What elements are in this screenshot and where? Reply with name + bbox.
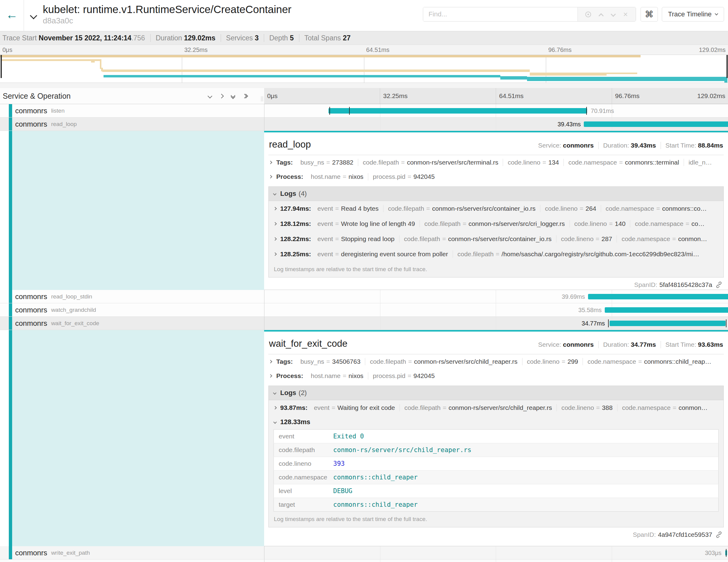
- minimap-tick-labels: 0μs 32.25ms 64.51ms 96.76ms 129.02ms: [0, 45, 728, 55]
- detail-duration: Duration: 39.43ms: [599, 142, 661, 149]
- span-bar[interactable]: [610, 321, 726, 326]
- tag: code.filepath=conmon-rs/server/src/child…: [365, 358, 522, 365]
- detail-title: read_loop: [269, 139, 311, 150]
- log-marker: [349, 107, 350, 115]
- process-tag: process.pid=942045: [368, 173, 439, 180]
- detail-service: Service: conmonrs: [534, 142, 599, 149]
- find-next-icon[interactable]: [611, 12, 616, 17]
- minimap-canvas[interactable]: [0, 55, 728, 83]
- chevron-right-icon: [273, 207, 277, 210]
- log-field: code.namespace=conmonrs::co…: [601, 205, 711, 212]
- detail-start-time: Start Time: 88.84ms: [661, 142, 724, 149]
- tag: idle_n…: [684, 159, 716, 166]
- span-bar[interactable]: [328, 108, 587, 114]
- minimap-span: [500, 76, 527, 80]
- span-row-listen[interactable]: conmonrs listen 70.91ms: [0, 104, 728, 118]
- collapse-all-icon[interactable]: [231, 94, 235, 98]
- find-input[interactable]: [423, 7, 577, 21]
- span-operation: write_exit_path: [51, 550, 90, 556]
- view-selector-button[interactable]: Trace Timeline: [662, 7, 724, 22]
- minimap-span-root: [0, 55, 641, 57]
- log-marker: [726, 319, 726, 327]
- tags-accordian[interactable]: Tags: busy_ns=34506763 code.filepath=con…: [268, 354, 724, 369]
- span-row-read-loop-stdin[interactable]: conmonrs read_loop_stdin 39.69ms: [0, 290, 728, 303]
- deep-link-icon[interactable]: [715, 531, 723, 538]
- find-prev-icon[interactable]: [599, 13, 604, 18]
- span-service: conmonrs: [15, 319, 47, 328]
- collapse-one-icon[interactable]: [208, 94, 213, 98]
- minimap-gap: [0, 83, 728, 88]
- table-row: code.lineno393: [274, 457, 719, 471]
- span-row-wait-for-exit-code[interactable]: conmonrs wait_for_exit_code 34.77ms: [0, 317, 728, 330]
- chevron-down-icon: [273, 391, 276, 394]
- minimap-tick: 129.02ms: [699, 46, 726, 53]
- tag: code.namespace=conmonrs::terminal: [564, 159, 684, 166]
- span-service: conmonrs: [15, 306, 47, 314]
- back-arrow-icon: ←: [6, 8, 18, 22]
- log-entry[interactable]: 127.94ms: event=Read 4 bytes code.filepa…: [269, 201, 723, 216]
- deep-link-icon[interactable]: [715, 281, 723, 288]
- table-row: code.namespaceconmonrs::child_reaper: [274, 471, 719, 484]
- detail-duration: Duration: 34.77ms: [599, 341, 661, 348]
- column-resize-grip[interactable]: [261, 96, 263, 101]
- trace-collapse-toggle[interactable]: [24, 0, 43, 31]
- tags-label: Tags:: [276, 358, 293, 365]
- find-clear-icon[interactable]: ×: [623, 10, 628, 19]
- spanid-label: SpanID:: [633, 531, 656, 538]
- span-detail-wait-for-exit-code: wait_for_exit_code Service: conmonrs Dur…: [0, 330, 728, 546]
- next-row-partial: [0, 560, 728, 562]
- expand-all-icon[interactable]: [243, 94, 247, 98]
- span-operation: listen: [51, 107, 64, 114]
- chevron-right-icon: [269, 374, 272, 377]
- log-field: event=Waiting for exit code: [309, 404, 400, 411]
- trace-start: Trace Start November 15 2022, 11:24:14.7…: [2, 34, 151, 42]
- tag: code.filepath=conmon-rs/server/src/termi…: [358, 159, 503, 166]
- log-field: event=Wrote log line of length 49: [313, 220, 420, 227]
- span-bar[interactable]: [588, 294, 728, 299]
- span-service: conmonrs: [15, 107, 47, 115]
- locate-icon[interactable]: [585, 12, 591, 17]
- top-bar: ← kubelet: runtime.v1.RuntimeService/Cre…: [0, 0, 728, 31]
- log-entry[interactable]: 128.12ms: event=Wrote log line of length…: [269, 216, 723, 231]
- minimap-right-handle[interactable]: [726, 55, 728, 78]
- expand-one-icon[interactable]: [219, 94, 224, 98]
- span-row-watch-grandchild[interactable]: conmonrs watch_grandchild 35.58ms: [0, 303, 728, 317]
- span-duration: 39.43ms: [557, 121, 581, 128]
- log-field: code.filepath=conmon-rs/server/src/conta…: [383, 205, 540, 212]
- tag: busy_ns=34506763: [296, 358, 365, 365]
- chevron-down-icon: [715, 12, 718, 15]
- minimap-tick: 64.51ms: [366, 46, 390, 53]
- span-detail-read-loop: read_loop Service: conmonrs Duration: 39…: [0, 131, 728, 290]
- logs-header[interactable]: Logs (2): [269, 386, 723, 400]
- log-entry[interactable]: 93.87ms: event=Waiting for exit code cod…: [269, 400, 723, 415]
- process-accordian[interactable]: Process: host.name=nixos process.pid=942…: [268, 169, 724, 184]
- trace-services: Services 3: [221, 34, 264, 42]
- span-row-write-exit-path[interactable]: conmonrs write_exit_path 303μs: [0, 546, 728, 560]
- back-button[interactable]: ←: [0, 0, 24, 31]
- log-entry-expanded[interactable]: 128.33ms: [269, 415, 723, 429]
- detail-highlight: [12, 330, 264, 546]
- span-bar[interactable]: [584, 121, 728, 127]
- log-entry[interactable]: 128.22ms: event=Stopping read loop code.…: [269, 231, 723, 247]
- log-entry[interactable]: 128.25ms: event=deregistering event sour…: [269, 247, 723, 262]
- timeline-tick: 96.76ms: [615, 92, 640, 100]
- trace-summary-bar: Trace Start November 15 2022, 11:24:14.7…: [0, 31, 728, 45]
- spanid-value: 5faf48165428c37a: [659, 281, 712, 288]
- minimap-left-handle[interactable]: [1, 55, 2, 78]
- log-timestamp: 128.33ms: [280, 418, 310, 426]
- chevron-right-icon: [273, 237, 277, 240]
- depth-guide: [9, 290, 12, 303]
- span-duration: 34.77ms: [582, 320, 605, 327]
- process-accordian[interactable]: Process: host.name=nixos process.pid=942…: [268, 369, 724, 383]
- timeline-tick: 64.51ms: [499, 92, 524, 100]
- log-timestamp: 93.87ms:: [280, 404, 308, 411]
- process-label: Process:: [276, 372, 303, 380]
- tag: code.lineno=134: [503, 159, 564, 166]
- span-row-read-loop[interactable]: conmonrs read_loop 39.43ms: [0, 118, 728, 131]
- keyboard-shortcuts-button[interactable]: ⌘: [641, 7, 658, 22]
- span-bar[interactable]: [605, 307, 728, 313]
- logs-header[interactable]: Logs (4): [269, 187, 723, 201]
- minimap-tick: 32.25ms: [184, 46, 208, 53]
- tags-accordian[interactable]: Tags: busy_ns=273882 code.filepath=conmo…: [268, 155, 724, 169]
- log-field: code.lineno=388: [557, 404, 617, 411]
